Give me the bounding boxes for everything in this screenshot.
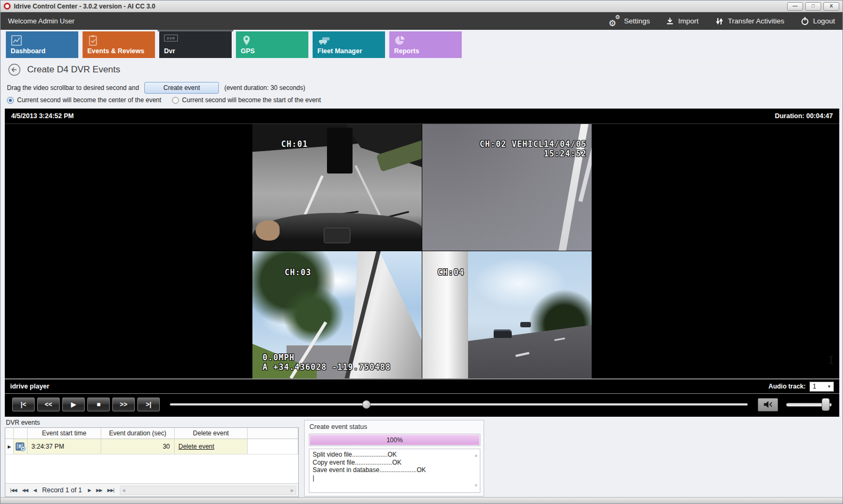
nav-last-icon[interactable]: ▶▶| <box>105 488 117 493</box>
back-button[interactable] <box>8 63 21 76</box>
cell-filler <box>248 439 298 455</box>
progress-bar: 100% <box>309 434 480 446</box>
radio-button-checked[interactable] <box>7 97 14 104</box>
speed-readout: 0.0MPH <box>263 353 294 362</box>
skip-start-button[interactable]: |< <box>12 398 35 411</box>
radio-center-option[interactable]: Current second will become the center of… <box>7 96 161 104</box>
radio-button-unchecked[interactable] <box>172 97 179 104</box>
tab-dvr[interactable]: DVR Dvr <box>159 31 232 58</box>
nav-fast-next-icon[interactable]: ▶▶ <box>94 488 105 493</box>
camera-grid: CH:01 CH:02 VEHICL14/04/05 15:24:52 <box>252 124 592 378</box>
camera-channel-3: CH:03 0.0MPH A +34.436028 -119.750488 <box>252 251 422 378</box>
video-timestamp: 4/5/2013 3:24:52 PM <box>11 112 73 120</box>
audio-track-label: Audio track: <box>768 383 806 390</box>
rewind-button[interactable]: << <box>37 398 60 411</box>
app-logo-icon <box>4 3 11 10</box>
app-window: Idrive Control Center - 3.0.2 version - … <box>0 0 843 504</box>
scroll-up-icon[interactable]: ▲ <box>474 452 478 460</box>
stop-button[interactable]: ■ <box>87 398 110 411</box>
tab-fleet-manager[interactable]: Fleet Manager <box>313 31 385 58</box>
header-selector-cell <box>5 428 14 439</box>
tab-gps[interactable]: GPS <box>236 31 308 58</box>
status-log[interactable]: Split video file....................OK C… <box>309 449 480 493</box>
tab-dashboard[interactable]: Dashboard <box>6 31 78 58</box>
seek-slider[interactable] <box>170 398 748 411</box>
tab-reports[interactable]: Reports <box>389 31 462 58</box>
nav-prev-icon[interactable]: ◀ <box>30 488 39 493</box>
channel-4-label: CH:04 <box>438 268 464 277</box>
channel-1-label: CH:01 <box>281 139 308 149</box>
seek-track[interactable] <box>170 403 748 406</box>
tab-events-reviews[interactable]: Events & Reviews <box>83 31 155 58</box>
scene-layer <box>520 322 531 327</box>
import-icon <box>666 17 674 26</box>
player-controls: |< << ▶ ■ >> >| <box>5 393 839 415</box>
nav-first-icon[interactable]: |◀◀ <box>7 488 19 493</box>
settings-label: Settings <box>624 17 650 25</box>
minimize-button[interactable]: — <box>787 2 803 11</box>
chevron-down-icon: ▼ <box>827 384 831 389</box>
audio-track-select[interactable]: 1 ▼ <box>809 382 834 392</box>
fast-forward-button[interactable]: >> <box>112 398 135 411</box>
speaker-icon <box>763 401 773 408</box>
log-caret: | <box>313 474 471 482</box>
radio-start-option[interactable]: Current second will become the start of … <box>172 96 321 104</box>
header-delete-event: Delete event <box>175 428 248 439</box>
seek-thumb[interactable] <box>362 400 371 409</box>
cell-event-start-time: 3:24:37 PM <box>28 439 101 455</box>
nav-fast-prev-icon[interactable]: ◀◀ <box>19 488 30 493</box>
header-event-duration: Event duration (sec) <box>101 428 175 439</box>
channel-2-date: 14/04/05 <box>544 139 586 149</box>
scroll-down-icon[interactable]: ▼ <box>474 482 478 490</box>
close-button[interactable]: X <box>823 2 839 11</box>
table-row[interactable]: ▶ 3:24:37 PM 30 Delete event <box>5 439 298 455</box>
video-header: 4/5/2013 3:24:52 PM Duration: 00:04:47 <box>5 109 839 124</box>
play-button[interactable]: ▶ <box>62 398 85 411</box>
scene-layer <box>327 128 353 173</box>
cell-event-duration: 30 <box>101 439 175 455</box>
scroll-left-icon[interactable]: ◀ <box>122 488 125 493</box>
scene-layer <box>283 287 343 344</box>
header-event-start-time: Event start time <box>28 428 101 439</box>
scene-layer <box>256 220 280 241</box>
camera-channel-4: CH:04 <box>422 251 592 378</box>
scene-layer <box>494 329 512 338</box>
camera-channel-2: CH:02 VEHICL14/04/05 15:24:52 <box>422 124 592 251</box>
status-panel-title: Create event status <box>305 420 484 432</box>
nav-next-icon[interactable]: ▶ <box>85 488 94 493</box>
fleet-cars-icon <box>317 35 380 46</box>
window-title: Idrive Control Center - 3.0.2 version - … <box>14 3 787 10</box>
transfer-activities-button[interactable]: Transfer Activities <box>715 17 784 26</box>
table-header-row: Event start time Event duration (sec) De… <box>5 428 298 439</box>
volume-thumb[interactable] <box>822 398 830 411</box>
horizontal-scrollbar[interactable]: ◀ ▶ <box>120 486 296 495</box>
gear-icon: ⚙⚙ <box>609 16 620 27</box>
create-event-button[interactable]: Create event <box>144 82 219 94</box>
delete-event-link[interactable]: Delete event <box>178 443 214 450</box>
channel-2-label: CH:02 VEHICL <box>480 139 544 149</box>
video-clip-icon <box>15 442 26 451</box>
import-button[interactable]: Import <box>666 17 698 26</box>
log-line: Split video file....................OK <box>313 451 471 459</box>
settings-button[interactable]: ⚙⚙ Settings <box>609 16 650 27</box>
channel-3-label: CH:03 <box>284 268 311 277</box>
player-title: idrive player <box>10 383 50 390</box>
scene-layer <box>468 325 592 378</box>
transfer-arrows-icon <box>715 17 724 26</box>
import-label: Import <box>678 17 698 25</box>
dashboard-chart-icon <box>11 35 73 46</box>
mute-button[interactable] <box>758 398 778 411</box>
video-player-section: 4/5/2013 3:24:52 PM Duration: 00:04:47 <box>5 109 839 417</box>
maximize-button[interactable]: □ <box>805 2 821 11</box>
window-bottom-frame <box>1 497 842 503</box>
logout-label: Logout <box>813 17 835 25</box>
logout-button[interactable]: Logout <box>800 16 835 26</box>
volume-slider[interactable] <box>786 398 832 411</box>
create-event-status-panel: Create event status 100% Split video fil… <box>304 420 484 497</box>
page-title: Create D4 DVR Events <box>27 64 120 75</box>
row-icon-cell <box>14 439 28 455</box>
scroll-right-icon[interactable]: ▶ <box>291 488 294 493</box>
pie-chart-icon <box>394 35 457 46</box>
skip-end-button[interactable]: >| <box>137 398 160 411</box>
camera-channel-1: CH:01 <box>252 124 422 251</box>
